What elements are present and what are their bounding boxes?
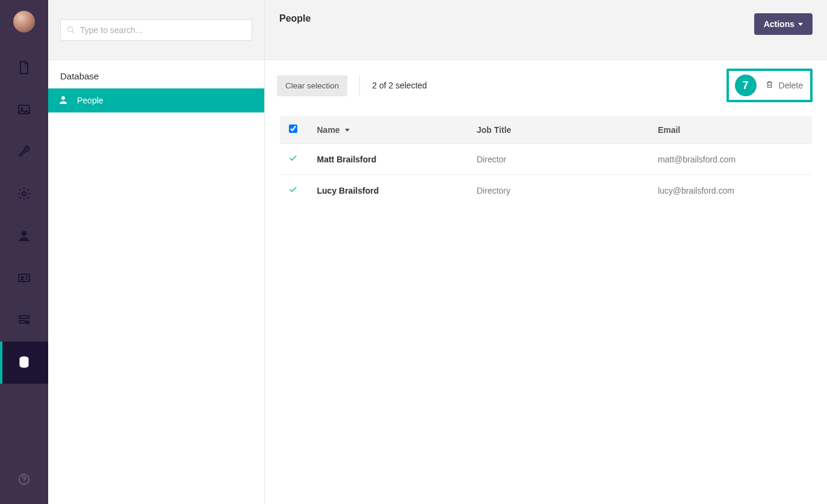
svg-point-11 bbox=[23, 481, 25, 482]
rail-forms[interactable] bbox=[0, 300, 48, 342]
svg-rect-4 bbox=[19, 274, 29, 281]
toolbar-right: 7 Delete bbox=[726, 69, 813, 102]
sidebar-section-title: Database bbox=[48, 60, 264, 88]
delete-button[interactable]: Delete bbox=[765, 80, 803, 91]
table-row[interactable]: Lucy Brailsford Directory lucy@brailsfor… bbox=[280, 175, 813, 206]
toolbar-divider bbox=[359, 75, 360, 96]
file-icon bbox=[17, 60, 31, 76]
person-icon bbox=[58, 94, 77, 107]
chevron-down-icon bbox=[798, 23, 803, 26]
sidebar: Database People bbox=[48, 0, 265, 504]
sidebar-item-label: People bbox=[77, 96, 104, 105]
svg-point-5 bbox=[21, 276, 23, 278]
actions-button[interactable]: Actions bbox=[754, 13, 813, 35]
rail-users[interactable] bbox=[0, 215, 48, 257]
row-select-cell[interactable] bbox=[280, 144, 306, 175]
sidebar-header bbox=[48, 0, 264, 60]
people-table: Name Job Title Email Matt Brailsford Dir… bbox=[279, 115, 813, 206]
table-row[interactable]: Matt Brailsford Director matt@brailsford… bbox=[280, 144, 813, 175]
select-all-header[interactable] bbox=[280, 116, 306, 144]
avatar[interactable] bbox=[13, 11, 35, 32]
svg-point-3 bbox=[22, 231, 26, 236]
delete-label: Delete bbox=[779, 81, 803, 90]
sort-desc-icon bbox=[345, 129, 350, 132]
trash-icon bbox=[765, 80, 774, 91]
page-title: People bbox=[279, 13, 311, 24]
wrench-icon bbox=[17, 144, 31, 161]
search-input[interactable] bbox=[60, 19, 252, 41]
cell-name: Lucy Brailsford bbox=[306, 175, 466, 206]
user-icon bbox=[17, 229, 31, 245]
svg-point-1 bbox=[21, 107, 23, 109]
form-icon bbox=[17, 313, 31, 329]
column-header-name[interactable]: Name bbox=[306, 116, 466, 144]
svg-point-2 bbox=[22, 192, 26, 195]
help-icon bbox=[17, 473, 31, 488]
check-icon bbox=[288, 186, 298, 196]
rail-content[interactable] bbox=[0, 47, 48, 89]
svg-point-12 bbox=[68, 26, 73, 31]
rail-database[interactable] bbox=[0, 342, 48, 384]
rail-settings[interactable] bbox=[0, 131, 48, 173]
column-header-name-label: Name bbox=[317, 125, 340, 135]
id-card-icon bbox=[17, 271, 31, 287]
cell-email: matt@brailsford.com bbox=[647, 144, 813, 175]
actions-button-label: Actions bbox=[764, 19, 794, 29]
cell-email: lucy@brailsford.com bbox=[647, 175, 813, 206]
column-header-job[interactable]: Job Title bbox=[466, 116, 647, 144]
rail-help[interactable] bbox=[0, 462, 48, 498]
step-badge: 7 bbox=[735, 75, 757, 96]
app-rail bbox=[0, 0, 48, 504]
check-icon bbox=[288, 155, 298, 165]
svg-point-13 bbox=[61, 96, 65, 100]
rail-media[interactable] bbox=[0, 89, 48, 131]
toolbar: Clear selection 2 of 2 selected 7 Delete bbox=[265, 60, 827, 111]
gear-icon bbox=[17, 186, 31, 203]
cell-job: Directory bbox=[466, 175, 647, 206]
main: People Actions Clear selection 2 of 2 se… bbox=[265, 0, 827, 504]
svg-rect-6 bbox=[19, 316, 29, 318]
cell-name: Matt Brailsford bbox=[306, 144, 466, 175]
sidebar-item-people[interactable]: People bbox=[48, 88, 264, 112]
column-header-email[interactable]: Email bbox=[647, 116, 813, 144]
image-icon bbox=[17, 102, 31, 118]
cell-job: Director bbox=[466, 144, 647, 175]
database-icon bbox=[17, 355, 31, 371]
svg-rect-7 bbox=[19, 321, 25, 323]
row-select-cell[interactable] bbox=[280, 175, 306, 206]
selection-status: 2 of 2 selected bbox=[372, 81, 427, 90]
main-header: People Actions bbox=[265, 0, 827, 60]
rail-members[interactable] bbox=[0, 257, 48, 300]
rail-config[interactable] bbox=[0, 173, 48, 215]
select-all-checkbox[interactable] bbox=[289, 124, 297, 133]
clear-selection-button[interactable]: Clear selection bbox=[277, 75, 347, 96]
search-icon bbox=[66, 25, 76, 35]
